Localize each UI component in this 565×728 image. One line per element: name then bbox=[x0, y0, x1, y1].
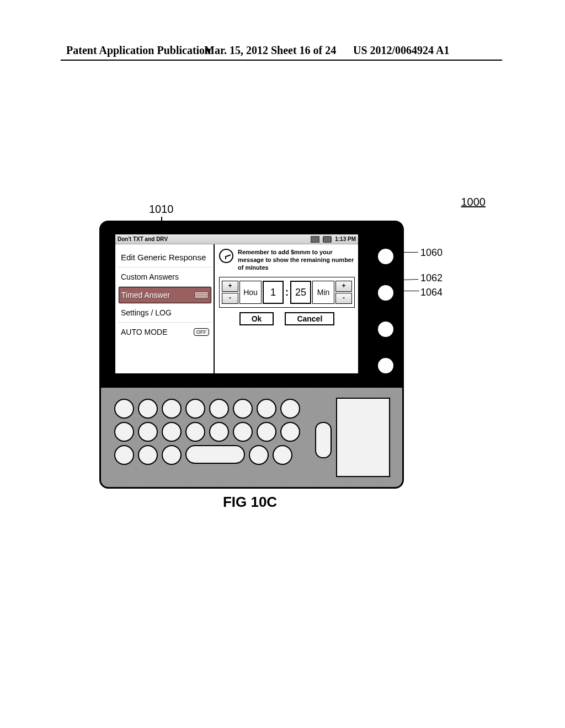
minute-spinner: + - bbox=[335, 281, 352, 304]
key[interactable] bbox=[280, 399, 300, 419]
menu-edit-generic-response[interactable]: Edit Generic Response bbox=[119, 248, 211, 267]
dialog-buttons: Ok Cancel bbox=[219, 312, 355, 325]
header-left: Patent Application Publication bbox=[66, 44, 211, 57]
key[interactable] bbox=[257, 399, 276, 419]
key[interactable] bbox=[114, 445, 134, 465]
header-mid: Mar. 15, 2012 Sheet 16 of 24 bbox=[204, 44, 336, 57]
hour-plus-button[interactable]: + bbox=[222, 281, 238, 292]
header-right: US 2012/0064924 A1 bbox=[353, 44, 449, 57]
timed-answer-indicator-icon bbox=[194, 291, 209, 299]
clock-icon bbox=[219, 249, 233, 263]
hw-button-4[interactable] bbox=[377, 357, 395, 374]
hint-text: Remember to add $mmm to your message to … bbox=[238, 249, 355, 271]
minute-value[interactable]: 25 bbox=[290, 281, 311, 304]
ref-1010: 1010 bbox=[149, 203, 174, 216]
key[interactable] bbox=[233, 422, 253, 442]
hint-row: Remember to add $mmm to your message to … bbox=[219, 248, 355, 271]
hw-button-3[interactable] bbox=[377, 320, 395, 338]
key[interactable] bbox=[162, 445, 182, 465]
menu-pane: Edit Generic Response Custom Answers Tim… bbox=[115, 244, 215, 373]
key[interactable] bbox=[249, 445, 269, 465]
cancel-button[interactable]: Cancel bbox=[285, 312, 334, 325]
time-colon: : bbox=[285, 281, 289, 304]
battery-icon bbox=[323, 236, 332, 243]
device-screen: Don't TXT and DRV 1:13 PM Edit Generic R… bbox=[115, 234, 358, 373]
figure-caption: FIG 10C bbox=[223, 494, 277, 510]
minute-plus-button[interactable]: + bbox=[335, 281, 352, 292]
menu-item-label: AUTO MODE bbox=[121, 328, 194, 336]
menu-item-label: Timed Answer bbox=[121, 291, 194, 299]
menu-auto-mode[interactable]: AUTO MODE OFF bbox=[119, 323, 211, 341]
menu-timed-answer[interactable]: Timed Answer bbox=[119, 287, 211, 303]
hour-minus-button[interactable]: - bbox=[222, 293, 238, 304]
menu-item-label: Custom Answers bbox=[121, 272, 209, 281]
ref-1062: 1062 bbox=[420, 272, 443, 284]
ref-1000: 1000 bbox=[461, 196, 486, 208]
status-title: Don't TXT and DRV bbox=[118, 236, 168, 242]
hour-value[interactable]: 1 bbox=[263, 281, 284, 304]
device-top-bezel: Don't TXT and DRV 1:13 PM Edit Generic R… bbox=[101, 222, 402, 388]
key[interactable] bbox=[114, 399, 134, 419]
key[interactable] bbox=[138, 445, 158, 465]
enter-key[interactable] bbox=[315, 422, 332, 458]
auto-mode-toggle[interactable]: OFF bbox=[194, 328, 209, 336]
dpad-area[interactable] bbox=[336, 398, 390, 477]
hour-unit-label: Hou bbox=[239, 281, 262, 304]
key[interactable] bbox=[162, 422, 182, 442]
key[interactable] bbox=[273, 445, 292, 465]
key[interactable] bbox=[280, 422, 300, 442]
time-picker: + - Hou 1 : 25 Min + - bbox=[219, 277, 355, 308]
hw-button-2[interactable] bbox=[377, 284, 395, 302]
key[interactable] bbox=[162, 399, 182, 419]
key[interactable] bbox=[209, 399, 229, 419]
key[interactable] bbox=[185, 422, 205, 442]
minute-unit-label: Min bbox=[312, 281, 334, 304]
spacebar-key[interactable] bbox=[185, 445, 245, 464]
header-rule bbox=[61, 60, 502, 61]
signal-icon bbox=[311, 236, 319, 243]
status-bar: Don't TXT and DRV 1:13 PM bbox=[115, 234, 358, 244]
menu-settings-log[interactable]: Settings / LOG bbox=[119, 303, 211, 323]
physical-keyboard bbox=[106, 393, 397, 481]
hw-button-1[interactable] bbox=[377, 248, 395, 265]
minute-minus-button[interactable]: - bbox=[335, 293, 352, 304]
key[interactable] bbox=[185, 399, 205, 419]
key[interactable] bbox=[138, 422, 158, 442]
status-time: 1:13 PM bbox=[335, 236, 356, 242]
ref-1064: 1064 bbox=[420, 287, 443, 298]
detail-pane: Remember to add $mmm to your message to … bbox=[215, 244, 358, 373]
key[interactable] bbox=[209, 422, 229, 442]
key[interactable] bbox=[233, 399, 253, 419]
menu-custom-answers[interactable]: Custom Answers bbox=[119, 267, 211, 287]
hour-spinner: + - bbox=[222, 281, 238, 304]
key[interactable] bbox=[114, 422, 134, 442]
ref-1060: 1060 bbox=[420, 247, 443, 259]
menu-item-label: Edit Generic Response bbox=[121, 253, 209, 262]
ok-button[interactable]: Ok bbox=[239, 312, 274, 325]
menu-item-label: Settings / LOG bbox=[121, 308, 209, 317]
key[interactable] bbox=[257, 422, 276, 442]
key[interactable] bbox=[138, 399, 158, 419]
device-body: Don't TXT and DRV 1:13 PM Edit Generic R… bbox=[99, 221, 404, 489]
